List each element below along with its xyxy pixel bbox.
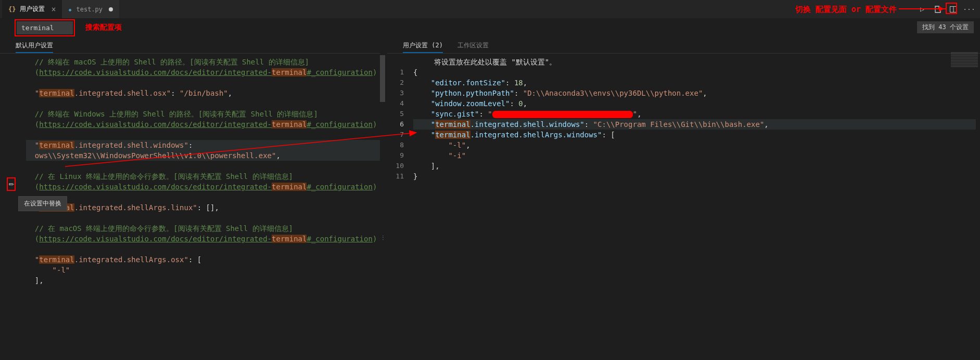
tab-user-settings[interactable]: {} 用户设置 × — [2, 0, 62, 18]
right-column-tabs: 用户设置 (2) 工作区设置 — [387, 37, 980, 54]
results-count: 找到 43 个设置 — [917, 21, 974, 33]
annotation-box-search — [15, 19, 75, 36]
close-icon[interactable]: × — [51, 5, 56, 14]
sash-handle-icon[interactable]: ⋮ — [380, 234, 386, 240]
annotation-box-top — [946, 3, 957, 14]
settings-search-input[interactable] — [17, 21, 73, 34]
scrollbar-thumb[interactable] — [380, 55, 385, 102]
scrollbar[interactable] — [380, 53, 385, 360]
default-settings-pane: 默认用户设置 ✎ 在设置中替换 // 终端在 macOS 上使用的 Shell … — [0, 37, 385, 360]
braces-icon: {} — [8, 6, 16, 13]
edit-tooltip: 在设置中替换 — [18, 196, 67, 211]
tab-user-settings-2[interactable]: 用户设置 (2) — [403, 39, 443, 53]
python-icon: ⬥ — [68, 6, 72, 13]
dirty-dot-icon — [109, 7, 113, 11]
tab-workspace-settings[interactable]: 工作区设置 — [457, 39, 489, 53]
tab-default-user-settings[interactable]: 默认用户设置 — [16, 39, 53, 53]
line-number-gutter: 1234567891011 — [387, 57, 413, 357]
more-icon[interactable]: ··· — [964, 5, 974, 14]
tab-label: 用户设置 — [20, 5, 45, 14]
annotation-top-text: 切换 配置见面 or 配置文件 — [795, 5, 897, 15]
annotation-search-text: 搜索配置项 — [85, 23, 122, 32]
settings-columns: 默认用户设置 ✎ 在设置中替换 // 终端在 macOS 上使用的 Shell … — [0, 37, 980, 360]
annotation-arrow — [899, 8, 946, 9]
user-settings-editor[interactable]: 1234567891011 将设置放在此处以覆盖 "默认设置"。{ "edito… — [387, 54, 980, 360]
user-settings-pane: 用户设置 (2) 工作区设置 1234567891011 将设置放在此处以覆盖 … — [387, 37, 980, 360]
user-settings-code: 将设置放在此处以覆盖 "默认设置"。{ "editor.fontSize": 1… — [413, 57, 980, 357]
left-column-tabs: 默认用户设置 — [0, 37, 385, 54]
settings-search-row: 搜索配置项 找到 43 个设置 — [0, 18, 980, 37]
tab-test-py[interactable]: ⬥ test.py — [62, 0, 119, 18]
minimap[interactable] — [949, 52, 980, 130]
tab-label: test.py — [76, 6, 103, 13]
